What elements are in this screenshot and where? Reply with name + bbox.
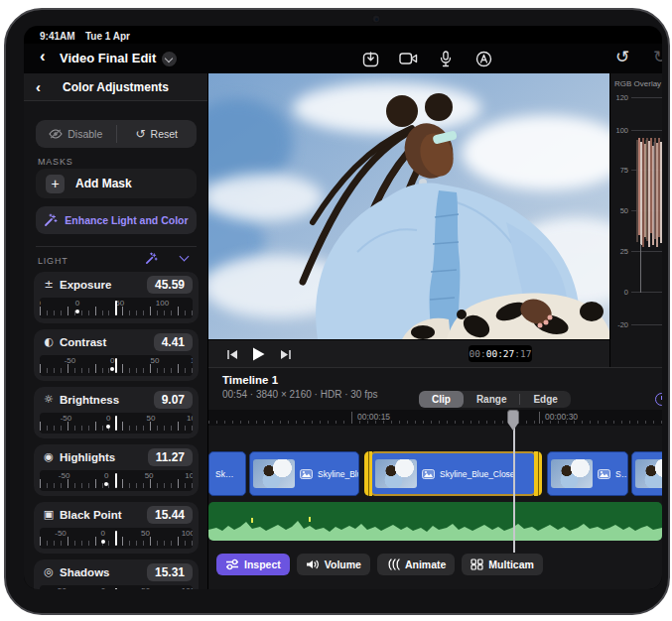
slider-value[interactable]: 4.41	[154, 333, 193, 351]
volume-icon	[306, 559, 320, 570]
scale-label: 0	[75, 299, 79, 308]
next-frame-button[interactable]	[276, 345, 296, 363]
inspect-icon	[225, 559, 239, 570]
slider-card-black-point: ▣Black Point15.44-50050100	[34, 502, 199, 554]
clip-thumbnail	[253, 459, 295, 488]
clip-label: S…	[615, 469, 627, 479]
bottom-action-bar: InspectVolumeAnimateMulticam	[216, 554, 543, 575]
origin-dot	[75, 310, 79, 313]
scale-label: 100	[182, 586, 193, 589]
slider-value[interactable]: 11.27	[148, 448, 193, 466]
scale-label: 100	[182, 529, 193, 538]
timecode-main: 00:27	[486, 348, 515, 359]
status-date: Tue 1 Apr	[85, 31, 130, 42]
scale-label: 50	[141, 586, 150, 589]
value-indicator	[115, 358, 117, 373]
clip-label: Skyline_Blue_Close	[440, 469, 515, 479]
timeline-panel: Timeline 1 00:54 · 3840 × 2160 · HDR · 3…	[208, 367, 662, 589]
scope-gridline	[631, 324, 662, 325]
slider-ruler[interactable]: -50050100	[40, 298, 193, 318]
scale-label: 0	[106, 414, 110, 423]
playhead-handle[interactable]	[507, 410, 519, 431]
panel-title: Color Adjustments	[24, 80, 207, 94]
slider-ruler[interactable]: -50050100	[40, 355, 193, 376]
add-mask-button[interactable]: + Add Mask	[36, 169, 197, 198]
timeline-ruler[interactable]: 00:00:1500:00:30	[208, 410, 662, 426]
action-label: Inspect	[244, 559, 281, 570]
light-section-label: LIGHT	[38, 256, 68, 266]
timeline-clip[interactable]	[631, 451, 662, 496]
app-toolbar: ‹ Video Final Edit ↺ ↻	[24, 44, 662, 73]
slider-ruler[interactable]: -50050100	[40, 585, 193, 589]
mode-range[interactable]: Range	[464, 391, 520, 408]
slider-value[interactable]: 15.44	[147, 506, 193, 524]
mode-edge[interactable]: Edge	[520, 391, 570, 408]
add-mask-label: Add Mask	[75, 177, 132, 190]
import-icon[interactable]	[359, 48, 381, 69]
value-indicator	[115, 588, 117, 589]
timeline-clip[interactable]: Skyline_Blue_Wide	[249, 451, 359, 496]
ruler-timestamp: 00:00:15	[357, 412, 390, 422]
timecode-frames: :17	[514, 348, 531, 359]
auto-enhance-icon[interactable]	[145, 251, 158, 269]
slider-card-highlights: ◉Highlights11.27-50050100	[34, 444, 199, 496]
timecode-display[interactable]: 00:00:27:17	[469, 345, 532, 362]
slider-value[interactable]: 45.59	[147, 276, 193, 294]
video-viewer	[208, 73, 609, 339]
slider-value[interactable]: 15.31	[147, 563, 193, 581]
transport-bar: 00:00:27:17	[208, 339, 609, 367]
value-indicator	[115, 531, 117, 546]
timeline-clip[interactable]: Skyline_Blue_Close	[370, 451, 536, 496]
multicam-button[interactable]: Multicam	[462, 554, 543, 575]
video-frame	[208, 73, 609, 339]
origin-dot	[101, 540, 105, 544]
scale-label: 0	[104, 471, 108, 480]
slider-label: Highlights	[60, 451, 115, 463]
redo-icon[interactable]: ↻	[649, 46, 662, 67]
project-menu-button[interactable]	[162, 52, 177, 66]
mode-clip[interactable]: Clip	[419, 391, 464, 408]
enhance-light-color-button[interactable]: Enhance Light and Color	[36, 206, 197, 234]
front-camera	[372, 15, 380, 23]
slider-label: Shadows	[60, 566, 109, 578]
timeline-clip[interactable]: Sk…	[208, 451, 246, 496]
audio-clip[interactable]	[208, 502, 662, 541]
camera-icon[interactable]	[397, 48, 419, 69]
image-icon	[422, 469, 435, 479]
image-icon	[300, 469, 313, 479]
scale-label: -50	[61, 414, 72, 423]
live-drawing-icon[interactable]	[472, 48, 494, 69]
timeline-clip[interactable]: S…	[547, 451, 628, 496]
video-track: Sk…Skyline_Blue_WideSkyline_Blue_CloseS…	[208, 451, 662, 496]
audio-waveform	[208, 502, 662, 541]
back-button[interactable]: ‹	[40, 47, 46, 66]
play-button[interactable]	[248, 345, 268, 363]
scale-label: 0	[110, 356, 114, 365]
disable-button[interactable]: Disable	[36, 120, 116, 148]
scale-label: 0	[101, 529, 105, 538]
shadows-icon: ◎	[42, 565, 56, 578]
slider-label: Brightness	[60, 394, 119, 406]
masks-section-label: MASKS	[38, 157, 73, 167]
image-icon	[598, 469, 610, 479]
microphone-icon[interactable]	[435, 48, 457, 69]
slider-value[interactable]: 9.07	[154, 391, 193, 409]
inspect-button[interactable]: Inspect	[216, 554, 290, 575]
volume-button[interactable]: Volume	[297, 554, 370, 575]
scope-scale-label: 25	[610, 247, 628, 256]
slider-ruler[interactable]: -50050100	[40, 470, 193, 491]
reset-button[interactable]: ↺ Reset	[117, 120, 198, 148]
ruler-ticks	[208, 421, 662, 424]
previous-frame-button[interactable]	[222, 345, 242, 363]
slider-label: Contrast	[60, 336, 106, 348]
slider-ruler[interactable]: -50050100	[40, 413, 193, 434]
slider-ruler[interactable]: -50050100	[40, 528, 193, 549]
undo-icon[interactable]: ↺	[611, 46, 633, 67]
animate-button[interactable]: Animate	[377, 554, 455, 575]
scope-gridline	[631, 97, 662, 98]
scale-label: 50	[145, 471, 154, 480]
collapse-chevron-icon[interactable]	[180, 252, 190, 262]
clock-icon[interactable]	[655, 393, 662, 406]
highlights-icon: ◉	[42, 450, 56, 463]
slider-card-exposure: ±Exposure45.59-50050100	[34, 272, 199, 323]
